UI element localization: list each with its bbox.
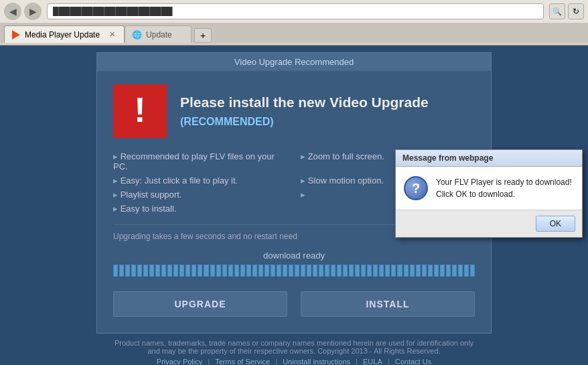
globe-icon: 🌐	[132, 30, 142, 40]
browser-toolbar: ◀ ▶ 🔍 ↻	[0, 0, 588, 23]
footer-links: Privacy Policy | Terms of Service | Unin…	[115, 358, 473, 365]
disclaimer-text: Product names, trademarks, trade names o…	[115, 339, 473, 347]
heading-text: Please install the new Video Upgrade	[180, 94, 429, 110]
tab-update[interactable]: 🌐 Update	[125, 25, 192, 43]
upgrade-button[interactable]: UPGRADE	[113, 291, 287, 317]
disclaimer-text-2: and may be the property of their respect…	[115, 347, 473, 355]
modal-heading: Please install the new Video Upgrade (RE…	[180, 93, 475, 130]
feature-item: Easy to install.	[113, 204, 287, 214]
buttons-row: UPGRADE INSTALL	[113, 283, 475, 319]
browser-chrome: ◀ ▶ 🔍 ↻ Media Player Update ✕ 🌐 Update +	[0, 0, 588, 46]
install-button[interactable]: INSTALL	[301, 291, 475, 317]
tab-label: Update	[146, 30, 172, 40]
dialog-message-line2: Click OK to download.	[436, 190, 515, 199]
feature-item: Recommended to play FLV files on your PC…	[113, 151, 287, 171]
contact-us-link[interactable]: Contact Us	[395, 358, 431, 365]
dialog-title-text: Message from webpage	[402, 153, 493, 163]
modal-title: Video Upgrade Recommended	[97, 53, 491, 71]
progress-section: download ready	[113, 250, 475, 277]
dialog-ok-button[interactable]: OK	[536, 216, 575, 232]
exclamation-mark: !	[134, 92, 145, 127]
question-icon: ?	[404, 176, 428, 200]
forward-button[interactable]: ▶	[24, 3, 42, 20]
modal-header-row: ! Please install the new Video Upgrade (…	[113, 84, 475, 138]
dialog-message-line1: Your FLV Player is ready to download!	[436, 177, 572, 187]
uninstall-instructions-link[interactable]: Uninstall instructions	[283, 358, 350, 365]
header-text: Please install the new Video Upgrade (RE…	[180, 93, 475, 130]
progress-bar	[113, 265, 475, 277]
new-tab-button[interactable]: +	[194, 28, 212, 43]
refresh-button[interactable]: ↻	[568, 3, 584, 19]
privacy-policy-link[interactable]: Privacy Policy	[157, 358, 202, 365]
footer: Product names, trademarks, trade names o…	[101, 334, 487, 365]
content-area: Video Upgrade Recommended ! Please insta…	[0, 46, 588, 365]
play-icon	[11, 30, 21, 40]
feature-item: Easy: Just click a file to play it.	[113, 175, 287, 186]
terms-of-service-link[interactable]: Terms of Service	[215, 358, 270, 365]
address-bar[interactable]	[47, 3, 544, 19]
dialog-message: Your FLV Player is ready to download! Cl…	[436, 176, 572, 200]
dialog-body: ? Your FLV Player is ready to download! …	[396, 167, 582, 210]
tab-label: Media Player Update	[25, 30, 100, 40]
dialog-footer: OK	[396, 210, 582, 237]
progress-label: download ready	[113, 250, 475, 261]
tab-media-player-update[interactable]: Media Player Update ✕	[4, 25, 125, 43]
back-button[interactable]: ◀	[4, 3, 21, 20]
dialog-title: Message from webpage	[396, 150, 582, 167]
tabs-bar: Media Player Update ✕ 🌐 Update +	[0, 23, 588, 43]
warning-icon: !	[113, 84, 167, 138]
recommended-badge: (RECOMMENDED)	[180, 116, 274, 127]
eula-link[interactable]: EULA	[363, 358, 382, 365]
webpage-dialog: Message from webpage ? Your FLV Player i…	[395, 149, 583, 238]
tab-close-button[interactable]: ✕	[106, 29, 117, 40]
search-button[interactable]: 🔍	[549, 3, 565, 19]
feature-item: Playlist support.	[113, 190, 287, 200]
